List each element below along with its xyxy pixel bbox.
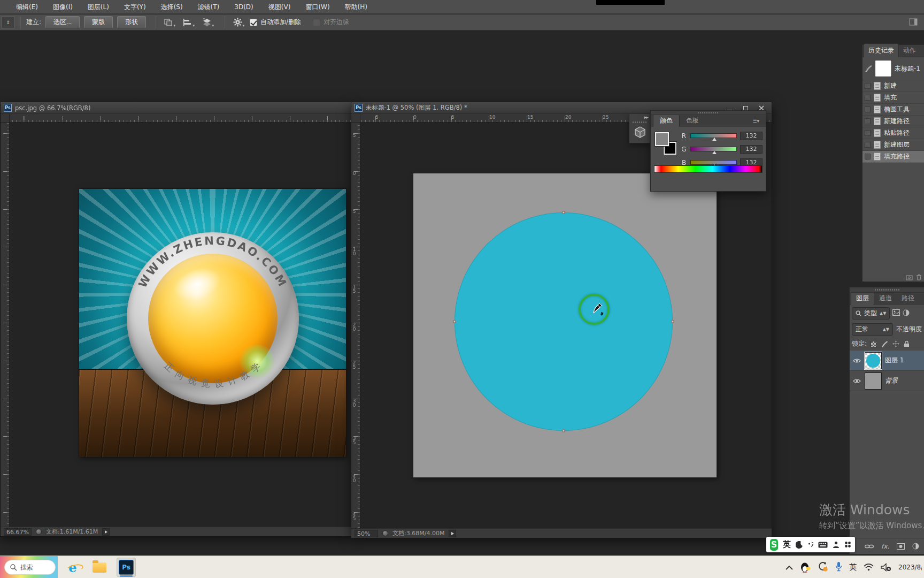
history-item[interactable]: 填充路径: [863, 151, 924, 163]
layer-row-layer1[interactable]: 图层 1: [850, 351, 924, 371]
sogou-logo[interactable]: S: [770, 539, 778, 551]
layer1-name[interactable]: 图层 1: [885, 356, 904, 365]
moon-icon[interactable]: [796, 541, 803, 549]
tray-chevron-up-icon[interactable]: [786, 565, 793, 570]
menu-item[interactable]: 帮助(H): [337, 0, 375, 14]
visibility-eye-icon[interactable]: [852, 357, 861, 364]
filter-image-icon[interactable]: [892, 309, 900, 317]
layer-row-background[interactable]: 背景: [850, 371, 924, 391]
3d-cube-icon[interactable]: [634, 126, 646, 139]
path-anchor-left[interactable]: [453, 321, 456, 323]
layers-panel-tab[interactable]: 通道: [874, 292, 897, 305]
color-panel-tab[interactable]: 色板: [680, 115, 705, 127]
left-doc-titlebar[interactable]: Ps psc.jpg @ 66.7%(RGB/8): [1, 102, 351, 114]
menu-item[interactable]: 窗口(W): [298, 0, 337, 14]
lock-transparency-icon[interactable]: [871, 341, 877, 347]
channel-value-field[interactable]: 132: [740, 132, 763, 140]
right-zoom-field[interactable]: 50%: [355, 530, 378, 537]
muted-speaker-icon[interactable]: [881, 563, 891, 572]
person-icon[interactable]: [833, 541, 840, 548]
filter-adjustment-icon[interactable]: [903, 309, 910, 318]
layers-panel-tab[interactable]: 路径: [897, 292, 919, 305]
left-canvas-viewport[interactable]: WWW.ZHENGDAO.COM 正 向 视 觉 设 计 教 学: [10, 123, 351, 527]
input-language-toggle[interactable]: 英: [783, 539, 791, 550]
history-panel-tab[interactable]: 历史记录: [864, 43, 899, 57]
history-panel-tab[interactable]: 动作: [899, 44, 920, 57]
panel-header[interactable]: [850, 287, 924, 293]
history-source-checkbox[interactable]: [865, 83, 871, 89]
history-source-checkbox[interactable]: [865, 95, 871, 101]
background-layer-name[interactable]: 背景: [885, 376, 898, 385]
menu-item[interactable]: 文字(Y): [117, 0, 153, 14]
history-item[interactable]: 粘贴路径: [863, 127, 924, 139]
link-layers-icon[interactable]: [865, 544, 874, 549]
taskbar-explorer-icon[interactable]: [90, 558, 109, 577]
qq-icon[interactable]: [800, 562, 811, 573]
layer1-thumbnail[interactable]: [865, 352, 882, 369]
history-item[interactable]: 填充: [863, 92, 924, 104]
path-anchor-top[interactable]: [563, 211, 565, 214]
wifi-icon[interactable]: [864, 564, 874, 571]
path-alignment-icon[interactable]: ▾: [181, 17, 195, 28]
channel-slider[interactable]: [690, 133, 737, 138]
history-source-checkbox[interactable]: [865, 130, 871, 136]
history-item[interactable]: 新建路径: [863, 116, 924, 127]
history-snapshot-row[interactable]: 未标题-1: [863, 57, 924, 80]
slider-thumb[interactable]: [712, 151, 717, 154]
tool-preset-stub[interactable]: ⇕: [1, 17, 15, 28]
menu-item[interactable]: 图层(L): [80, 0, 117, 14]
sync-icon[interactable]: [818, 561, 828, 574]
layer-mask-icon[interactable]: [897, 543, 905, 550]
background-thumbnail[interactable]: [865, 372, 882, 390]
lock-position-icon[interactable]: [892, 340, 899, 347]
channel-slider[interactable]: [690, 147, 737, 151]
history-source-checkbox[interactable]: [865, 118, 871, 124]
collapsed-3d-panel-dock[interactable]: ▸▸: [629, 113, 650, 143]
menu-item[interactable]: 滤镜(T): [190, 0, 227, 14]
left-zoom-field[interactable]: 66.67%: [4, 528, 32, 536]
history-item[interactable]: 新建图层: [863, 139, 924, 151]
menu-item[interactable]: 3D(D): [227, 0, 260, 14]
visibility-eye-icon[interactable]: [852, 377, 861, 385]
history-source-checkbox[interactable]: [865, 154, 871, 159]
layer-style-icon[interactable]: fx.: [881, 543, 889, 550]
toolbox-grid-icon[interactable]: [844, 541, 851, 548]
filter-type-dropdown[interactable]: 类型 ▲▼: [852, 307, 890, 320]
history-item[interactable]: 椭圆工具: [863, 104, 924, 116]
make-selection-button[interactable]: 选区...: [45, 16, 80, 28]
taskbar-date[interactable]: 2023/8/: [898, 564, 922, 571]
menu-item[interactable]: 图像(I): [45, 0, 80, 14]
color-spectrum-ramp[interactable]: [654, 165, 763, 173]
adjustment-layer-icon[interactable]: [912, 543, 919, 550]
auto-add-delete-checkbox[interactable]: [250, 19, 257, 26]
history-source-checkbox[interactable]: [865, 107, 871, 112]
channel-value-field[interactable]: 132: [740, 145, 763, 154]
path-arrangement-icon[interactable]: ▾: [200, 17, 214, 28]
microphone-icon[interactable]: [835, 561, 842, 573]
status-menu-arrow[interactable]: [102, 528, 110, 536]
path-anchor-bottom[interactable]: [563, 430, 565, 432]
channel-slider[interactable]: [690, 160, 737, 165]
taskbar-photoshop-icon[interactable]: Ps: [117, 558, 136, 577]
slider-thumb[interactable]: [712, 138, 717, 141]
punctuation-icon[interactable]: [808, 542, 813, 548]
history-source-checkbox[interactable]: [865, 142, 871, 148]
menu-item[interactable]: 选择(S): [153, 0, 190, 14]
taskbar-search-box[interactable]: 搜索: [4, 560, 56, 575]
menu-item[interactable]: 视图(V): [261, 0, 298, 14]
panel-menu-icon[interactable]: ☰▾: [752, 118, 759, 124]
status-menu-arrow[interactable]: [449, 530, 456, 537]
taskbar-ie-icon[interactable]: e: [63, 558, 82, 577]
blend-mode-dropdown[interactable]: 正常 ▲▼: [852, 323, 893, 336]
new-snapshot-icon[interactable]: [906, 274, 913, 280]
canvas[interactable]: [413, 173, 717, 477]
delete-icon[interactable]: [916, 274, 922, 280]
lock-pixels-icon[interactable]: [881, 340, 888, 347]
auto-add-delete-option[interactable]: 自动添加/删除: [250, 18, 301, 27]
snapshot-thumbnail[interactable]: [875, 60, 892, 77]
menu-item[interactable]: 编辑(E): [9, 0, 45, 14]
gear-icon[interactable]: ▾: [230, 17, 244, 28]
color-panel-tab[interactable]: 颜色: [653, 114, 680, 127]
path-operations-icon[interactable]: ▾: [161, 17, 175, 28]
workspace-icon[interactable]: [909, 18, 919, 27]
